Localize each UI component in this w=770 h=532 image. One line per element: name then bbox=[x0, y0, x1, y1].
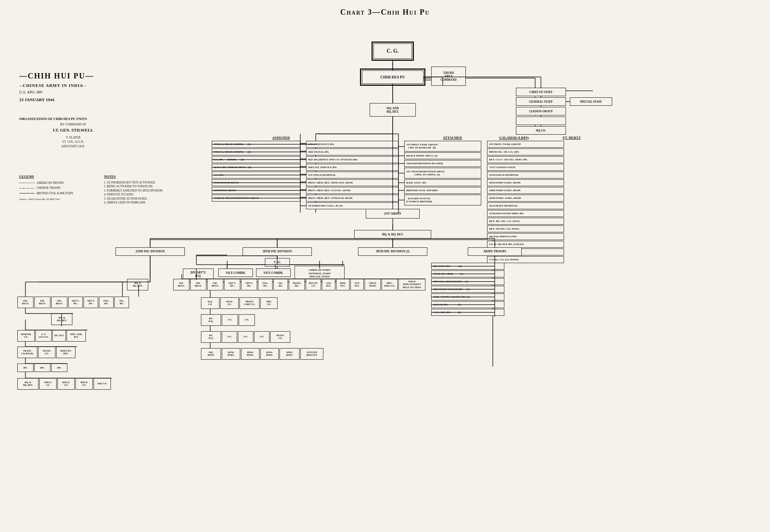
attached-header: ATTACHED bbox=[427, 136, 477, 140]
pack-co: PACKCO. bbox=[220, 297, 239, 309]
galahad-4: 71ST LIAISON SOON. bbox=[487, 164, 564, 171]
22nd-div-box: 22ND INF. DIVISION bbox=[116, 247, 185, 256]
22nd-inf-1: INF.REGT. bbox=[17, 297, 33, 308]
hq-stry: HQ.BTRY. bbox=[201, 348, 221, 360]
inf-regt-2: INF.REGT. bbox=[190, 279, 206, 290]
first-army-box: 1ST ARMY bbox=[366, 209, 420, 218]
at-gun-co: A. T.GUN CO. bbox=[35, 330, 52, 342]
attached-1: 1ST PROV TANK GROUP1 BN. IN RAMGAR (6) bbox=[404, 141, 481, 152]
attached-2: HEAVY MORT. REGT. (4) bbox=[404, 152, 481, 159]
galahad-12: DET. 330 SIG. CO. WING bbox=[487, 225, 564, 232]
assigned-r5: 1ST FIELD HOSPITAL bbox=[306, 172, 398, 178]
page: Chart 3—Chih Hui Pu bbox=[0, 0, 770, 532]
assigned-r2: 3RD SIGNAL BN. bbox=[306, 148, 398, 155]
hq-b-hq-det-last: HQ. &HQ. DET. bbox=[17, 378, 38, 390]
sig-plt-22: SIG. PLT. bbox=[52, 330, 66, 342]
sig-bn: SIG.BN. bbox=[273, 279, 288, 290]
assigned-header: ASSIGNED bbox=[246, 136, 316, 140]
galahad-7: 43RD PORT SURG. HOSP. bbox=[487, 187, 564, 194]
attached-6: BRITISH CIVIL AFFAIRS bbox=[404, 187, 481, 194]
draft-cart-co: DRAFTCART CO. bbox=[239, 297, 259, 309]
attchd-med-vet: ATTCH'DMED.VET. bbox=[300, 348, 323, 360]
at-5: ORD. SUPPLY MAINT. BN. (1) bbox=[431, 294, 504, 300]
rifle-co-1: RIFLECO. bbox=[39, 378, 57, 390]
attached-4: 1ST TRANSPORTATION REGT. - 2 BNS. IN CHI… bbox=[404, 168, 481, 178]
trk-co: TRK.CO. bbox=[260, 297, 278, 309]
how-stry-2: HOW.BTRY. bbox=[241, 348, 259, 360]
assigned-2: 5TH F.A. REGT. 105MM. (2) bbox=[212, 148, 300, 155]
inf-regt-3: INF.REGT. bbox=[207, 279, 223, 290]
field-replacement: FIELD REPLACEMENTREGT. IN CHINA bbox=[398, 279, 425, 290]
med-vet-det: MED.VET.DET. bbox=[56, 347, 75, 358]
attached-5: BASE A.P.O. 501. bbox=[404, 179, 481, 186]
38th-div-box: 38TH INF. DIVISION bbox=[243, 247, 312, 256]
notes: NOTES 1. AUTHORIZED BUT NOT ACTIVATED. 2… bbox=[104, 174, 204, 205]
chart-area: —CHIH HUI PU— --CHINESE ARMY IN INDIA-- … bbox=[8, 20, 762, 532]
trans-co-pack: TRANS.CO.(PACK) bbox=[17, 347, 37, 358]
hq-co-box: HQ CO. bbox=[516, 126, 566, 135]
bn-2: BN. bbox=[34, 364, 50, 372]
bn-1: BN. bbox=[17, 364, 33, 372]
co-4: CO. bbox=[238, 331, 253, 343]
trans-bn: TRANS.BN. bbox=[289, 279, 305, 290]
spec-serv-co: SPEC.SERV. CO. bbox=[382, 279, 398, 290]
assigned-5: A.A. BN. bbox=[212, 172, 300, 178]
assigned-r1: 1ST. ORDNANCE BN. bbox=[306, 141, 398, 148]
recon-co: RECON.CO. bbox=[306, 279, 321, 290]
galahad-8: 42ND PORT. SURG. HOSP. bbox=[487, 195, 564, 202]
galahad-2: 998TH SIG. OP. CO. (SP) bbox=[487, 148, 564, 155]
at-7: 1 CO. M.P. BN. (2) bbox=[431, 309, 504, 316]
chief-of-staff-box: CHIEF OF STAFF bbox=[516, 88, 566, 96]
22nd-hq2: HQ. &HQ. DET. bbox=[51, 314, 72, 325]
assigned-3: F.A. BN. 105MM. (2) bbox=[212, 156, 300, 163]
spec-ser-plt: SPEC. SER.PLT. bbox=[67, 330, 86, 342]
rifle-co-2: RIFLECO. bbox=[57, 378, 75, 390]
assigned-r3: M.P. BN.(MINUS ONE CO. IN RANGARI bbox=[306, 156, 398, 163]
arty-bn-2: ART'Y.BN. bbox=[241, 279, 257, 290]
how-stry-1: HOW.BTRY. bbox=[222, 348, 240, 360]
hq-det-box: HQ. ANDHQ. DET. bbox=[370, 103, 416, 117]
trans-co-22: TRANS.CO. bbox=[38, 347, 55, 358]
22nd-arty-2: ART'Y.BN. bbox=[84, 297, 98, 308]
bn-hq-2: BN.H.Q. bbox=[201, 331, 221, 343]
galahad-14: CO.'B' 502 M.P. BN. (3 PLTS) bbox=[487, 241, 564, 248]
hq-hq-det-box: HQ. & HQ. DET. bbox=[354, 230, 431, 238]
arty-bn-1: ART'Y.BN. bbox=[224, 279, 240, 290]
cg-38th-box: C. G. bbox=[265, 258, 290, 267]
galahad-6: 46TH PORT SURG. HOSP. bbox=[487, 179, 564, 186]
org-command: ORGANIZATION OF CHIH HUI PU UNITS BY COM… bbox=[19, 117, 127, 148]
how-stry-3: HOW.BTRY. bbox=[260, 348, 279, 360]
legend: LEGEND AMERICAN TROOPS CHINESE TROOPS BR… bbox=[19, 174, 96, 202]
inf-regt-1: INF.REGT. bbox=[173, 279, 189, 290]
assigned-r8: PROV. MED. DET. 25TH FLD. HOSP. bbox=[306, 195, 398, 202]
at-6: SIGNAL BN. (1) bbox=[431, 301, 504, 308]
assigned-r7: PROV. MED. DET. 14 EVAC. HOSP. bbox=[306, 187, 398, 194]
galahad-11: DET. 402. SIG. CO. (AVN) bbox=[487, 218, 564, 225]
22nd-hq-hq-det: HQ. &HQ. DET. bbox=[127, 279, 148, 290]
assigned-8: ANIMAL TRANSPORTATION REGT. bbox=[212, 195, 300, 202]
galahad-16: 77 ENG. CO. (LT. PONT) bbox=[487, 256, 564, 263]
22nd-inf-3: INF.REGT. bbox=[51, 297, 67, 308]
hq-co-pack: H.Q.CO. bbox=[201, 297, 219, 309]
assigned-r4: SPECIAL SERVICE BN. bbox=[306, 164, 398, 171]
rifle-co-3: RIFLECO. bbox=[75, 378, 93, 390]
org-name: —CHIH HUI PU— --CHINESE ARMY IN INDIA-- … bbox=[19, 70, 127, 103]
galahad-10: 15TH MOUNTAIN MED. BN. bbox=[487, 210, 564, 217]
vet-plt: VET.PLT. bbox=[350, 279, 364, 290]
special-staff-box: SPECIAL STAFF bbox=[570, 97, 612, 106]
co-3: CO. bbox=[222, 331, 237, 343]
med-plt: MED.PLT. bbox=[336, 279, 350, 290]
co-2: CO. bbox=[239, 314, 255, 326]
22nd-arty-1: ART'Y.BN. bbox=[68, 297, 83, 308]
div-arty-box: DIV. ART'Y.H.Q. bbox=[183, 269, 214, 280]
mb-co: M.B. CO. bbox=[94, 378, 111, 390]
22nd-inf-2: INF.REGT. bbox=[34, 297, 50, 308]
assigned-4: 12 F.A. BN. 155M.M. HOW. (2) bbox=[212, 164, 300, 171]
assigned-r9: VETERINARY COLL. PLAT. bbox=[306, 202, 398, 209]
army-troops-box: ARMY TROOPS bbox=[468, 247, 522, 256]
eng-bn: ENG.BN. bbox=[258, 279, 273, 290]
assigned-7: 12TH ENG. REGT. bbox=[212, 187, 300, 194]
assigned-6: 6TH MOTOR REGT. bbox=[212, 179, 300, 186]
assigned-1: 4TH F.A. REGT. 105MM. (2) bbox=[212, 141, 300, 148]
ft-hertz-header: FT. HERTZ bbox=[547, 136, 597, 140]
